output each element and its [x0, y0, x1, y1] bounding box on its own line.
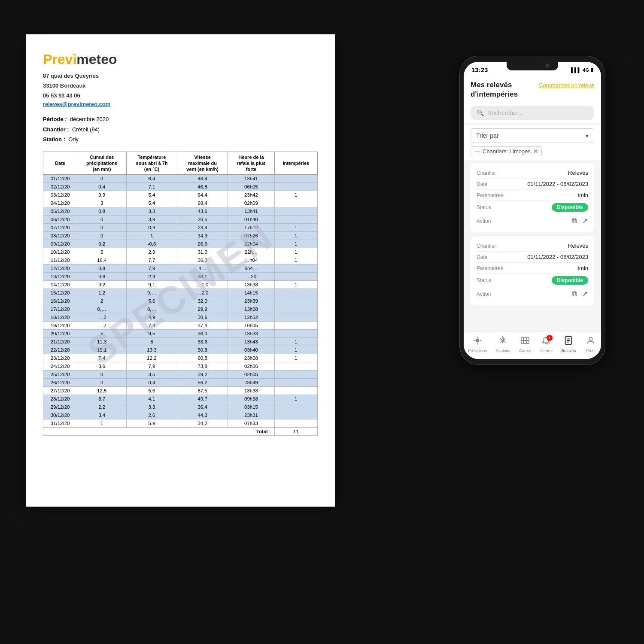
- table-cell: 5,9: [127, 419, 177, 428]
- table-cell: 23,4: [177, 224, 228, 232]
- table-cell: 36,0: [177, 330, 228, 338]
- share-icon[interactable]: ↗: [582, 216, 588, 225]
- table-cell: 16,4: [77, 256, 127, 264]
- nav-item-alertes[interactable]: 1 Alertes: [536, 334, 556, 355]
- action-label: Action: [477, 218, 491, 224]
- table-cell: 17/12/20: [43, 305, 77, 313]
- nav-item-profil[interactable]: Profil: [581, 334, 600, 355]
- table-cell: 34,2: [177, 419, 228, 428]
- record-status-row: Status Disponible: [477, 274, 588, 287]
- table-cell: 1: [274, 354, 317, 362]
- table-cell: [274, 379, 317, 387]
- table-cell: 0: [77, 371, 127, 379]
- nav-label-profil: Profil: [586, 348, 595, 353]
- share-icon[interactable]: ↗: [582, 289, 588, 298]
- svg-point-10: [589, 337, 592, 340]
- table-cell: [274, 330, 317, 338]
- filter-tag-limoges[interactable]: — Chantiers: Limoges ✕: [471, 146, 542, 156]
- table-cell: [274, 403, 317, 411]
- nav-item-previsions[interactable]: Prévisions: [465, 334, 490, 355]
- search-placeholder: Rechercher...: [487, 109, 523, 116]
- periode-label: Période :: [43, 116, 67, 122]
- table-cell: 05/12/20: [43, 207, 77, 216]
- trier-par-label: Trier par: [476, 132, 498, 139]
- table-cell: 44,3: [177, 411, 228, 419]
- table-cell: 03h40: [228, 346, 274, 354]
- filter-remove-button[interactable]: ✕: [533, 148, 538, 155]
- table-cell: 12,5: [77, 387, 127, 395]
- table-cell: 0: [77, 224, 127, 232]
- table-cell: 09h58: [228, 395, 274, 403]
- copy-icon[interactable]: ⧉: [572, 290, 577, 298]
- table-cell: 23h39: [228, 297, 274, 305]
- nav-item-stations[interactable]: Stations: [492, 334, 513, 355]
- table-cell: …20: [228, 273, 274, 281]
- nav-item-releves[interactable]: Relevés: [558, 334, 579, 355]
- data-table: Date Cumul desprécipitations(en mm) Temp…: [43, 152, 318, 436]
- record-card[interactable]: Chantier Relevés Date 01/11/2022 - 06/02…: [471, 163, 594, 232]
- table-cell: 9,5: [127, 330, 177, 338]
- paper-logo: Previmeteo: [43, 52, 318, 67]
- paper-document: Previmeteo 87 quai des Queyries 33100 Bo…: [26, 34, 335, 507]
- parametres-label: Parametres: [477, 192, 503, 198]
- table-cell: 4,9: [127, 313, 177, 322]
- record-parametres-row: Parametres tmin: [477, 263, 588, 274]
- table-cell: 87,5: [177, 387, 228, 395]
- nav-item-cartes[interactable]: Cartes: [516, 334, 535, 355]
- table-cell: 12/12/20: [43, 264, 77, 273]
- table-cell: 10/12/20: [43, 248, 77, 256]
- nav-label-relevés: Relevés: [561, 348, 576, 353]
- record-card[interactable]: Chantier Relevés Date 01/11/2022 - 06/02…: [471, 236, 594, 305]
- table-cell: 07/12/20: [43, 224, 77, 232]
- table-cell: 23h08: [228, 354, 274, 362]
- table-cell: 28/12/20: [43, 395, 77, 403]
- copy-icon[interactable]: ⧉: [572, 217, 577, 225]
- table-cell: 1: [274, 240, 317, 248]
- table-cell: 0,4: [77, 183, 127, 191]
- table-cell: 0,4: [127, 379, 177, 387]
- table-cell: 15,1: [77, 346, 127, 354]
- table-cell: 23h31: [228, 411, 274, 419]
- table-cell: 29,9: [177, 305, 228, 313]
- table-cell: 13h38: [228, 281, 274, 289]
- table-cell: 0,2: [77, 240, 127, 248]
- table-cell: 02/12/20: [43, 183, 77, 191]
- table-cell: 36,4: [177, 403, 228, 411]
- app-content[interactable]: Mes relevés d'intempéries Commander un r…: [464, 75, 601, 331]
- table-cell: 02h09: [228, 199, 274, 207]
- table-cell: [274, 216, 317, 224]
- table-cell: 1: [77, 419, 127, 428]
- action-label: Action: [477, 291, 491, 297]
- status-time: 13:23: [471, 66, 488, 73]
- table-cell: 43,6: [177, 207, 228, 216]
- trier-par-dropdown[interactable]: Trier par ▾: [471, 128, 594, 143]
- table-cell: 3,6: [77, 362, 127, 371]
- table-cell: 50,8: [177, 346, 228, 354]
- chantier-value: Relevés: [568, 170, 588, 176]
- table-cell: 9,1: [127, 281, 177, 289]
- status-badge: Disponible: [552, 203, 588, 212]
- table-cell: 22h04: [228, 240, 274, 248]
- table-cell: 03/12/20: [43, 191, 77, 199]
- table-cell: 08/12/20: [43, 232, 77, 240]
- commander-releve-link[interactable]: Commander un relevé: [539, 82, 594, 88]
- paper-email[interactable]: releves@previmeteo.com: [43, 101, 318, 107]
- search-input-wrap[interactable]: 🔍 Rechercher...: [471, 106, 594, 120]
- table-cell: 1: [274, 248, 317, 256]
- record-chantier-row: Chantier Relevés: [477, 167, 588, 179]
- paper-info: Période : décembre 2020 Chantier : Créte…: [43, 114, 318, 144]
- table-cell: 1: [274, 346, 317, 354]
- table-cell: 27/12/20: [43, 387, 77, 395]
- station-value: Orly: [68, 136, 79, 143]
- table-cell: 0: [77, 175, 127, 183]
- table-cell: 68,4: [177, 199, 228, 207]
- table-cell: 8: [127, 338, 177, 346]
- table-cell: 06h05: [228, 183, 274, 191]
- table-cell: …1,0: [177, 281, 228, 289]
- table-cell: [274, 371, 317, 379]
- table-cell: 3,9: [127, 216, 177, 224]
- table-cell: 1: [274, 191, 317, 199]
- table-cell: 01h40: [228, 216, 274, 224]
- table-cell: 25/12/20: [43, 371, 77, 379]
- table-cell: 3,4: [77, 411, 127, 419]
